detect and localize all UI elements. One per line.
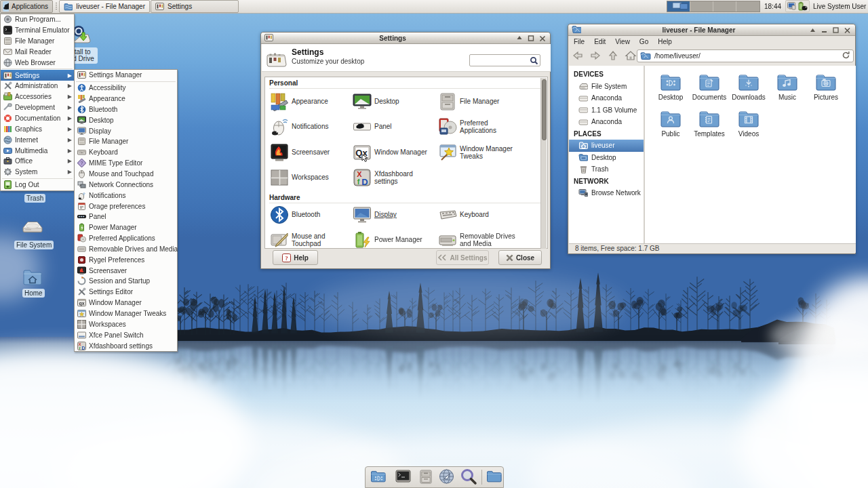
svg-text:Qx: Qx xyxy=(355,148,368,158)
svg-text:f: f xyxy=(357,178,360,186)
svg-text:?: ? xyxy=(80,161,83,165)
svg-text:?: ? xyxy=(285,255,288,262)
svg-text:qx: qx xyxy=(79,301,84,306)
svg-text:D: D xyxy=(81,346,85,350)
svg-text:D: D xyxy=(361,177,368,187)
